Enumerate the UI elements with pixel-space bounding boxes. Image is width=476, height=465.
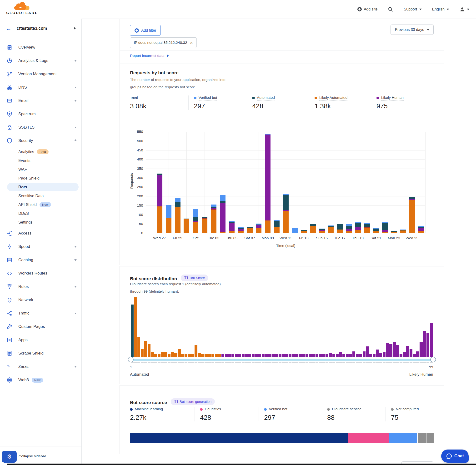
stat-total: Total3.08k — [130, 95, 188, 110]
sidebar-item-network[interactable]: Network — [0, 293, 81, 307]
histogram-tick — [181, 362, 184, 363]
stat-value: 1.38k — [315, 102, 371, 110]
chat-button[interactable]: Chat — [441, 450, 469, 463]
add-site-button[interactable]: Add site — [357, 7, 378, 11]
stat-label: Machine learning — [135, 407, 163, 412]
settings-gear-button[interactable]: ⚙ — [2, 451, 17, 463]
histogram-bar — [319, 354, 322, 357]
sidebar-item-overview[interactable]: Overview — [0, 41, 81, 54]
sidebar-item-events[interactable]: Events — [0, 156, 81, 165]
slider-handle-min[interactable] — [128, 357, 134, 362]
histogram-bar — [268, 354, 271, 357]
bar-segment — [328, 227, 334, 233]
account-menu[interactable] — [460, 7, 469, 12]
histogram-tick — [416, 362, 419, 363]
sidebar-item-workers-routes[interactable]: Workers Routes — [0, 267, 81, 280]
bar-segment — [409, 200, 415, 233]
sidebar-item-dns[interactable]: DNS — [0, 81, 81, 94]
sidebar-item-caching[interactable]: Caching — [0, 253, 81, 267]
histogram-bar — [359, 354, 362, 357]
histogram-tick — [292, 362, 295, 363]
stat-value: 88 — [327, 414, 386, 422]
bar-segment — [292, 228, 298, 232]
sidebar-item-page-shield[interactable]: Page Shield — [0, 174, 81, 183]
histogram-tick — [420, 362, 423, 363]
sidebar-item-traffic[interactable]: Traffic — [0, 307, 81, 320]
sidebar-item-ddos[interactable]: DDoS — [0, 209, 81, 218]
sidebar-item-analytics[interactable]: AnalyticsBeta — [0, 147, 81, 156]
sidebar-item-api-shield[interactable]: API ShieldNew — [0, 200, 81, 209]
sidebar-item-rules[interactable]: Rules — [0, 280, 81, 293]
report-incorrect-data-link[interactable]: Report incorrect data — [130, 53, 170, 58]
sidebar-item-scrape-shield[interactable]: Scrape Shield — [0, 347, 81, 360]
histogram-tick — [232, 362, 234, 363]
sidebar-item-custom-pages[interactable]: Custom Pages — [0, 320, 81, 333]
y-axis-title: Requests — [129, 167, 134, 195]
sidebar-item-access[interactable]: Access — [0, 227, 81, 240]
histogram-tick — [245, 362, 248, 363]
sidebar-item-analytics-logs[interactable]: Analytics & Logs — [0, 54, 81, 67]
sidebar-item-security[interactable]: Security — [0, 134, 81, 147]
sidebar-item-apps[interactable]: Apps — [0, 333, 81, 347]
sidebar-item-speed[interactable]: Speed — [0, 240, 81, 253]
stat-verified-bot: Verified bot297 — [188, 95, 247, 110]
sidebar-item-version-management[interactable]: Version Management — [0, 67, 81, 81]
collapse-sidebar-label[interactable]: Collapse sidebar — [19, 454, 46, 458]
document-icon — [7, 350, 12, 356]
sidebar-item-settings[interactable]: Settings — [0, 218, 81, 227]
bar-segment — [382, 232, 388, 233]
user-icon — [460, 7, 465, 12]
chart-bar — [418, 226, 424, 233]
histogram-tick — [312, 362, 315, 363]
histogram-bar — [299, 354, 301, 357]
back-arrow-icon[interactable]: ← — [6, 25, 11, 32]
score-range-slider[interactable] — [131, 359, 433, 361]
filter-chip[interactable]: IP does not equal 35.212.240.32 × — [130, 37, 197, 48]
slider-handle-max[interactable] — [430, 357, 436, 362]
histogram-bar — [423, 331, 426, 357]
histogram-bar — [265, 354, 268, 357]
histogram-bar — [228, 354, 231, 357]
sidebar-item-bots[interactable]: Bots — [0, 183, 81, 191]
language-label: English — [432, 7, 444, 11]
histogram-tick — [158, 362, 160, 363]
bar-segment — [346, 226, 352, 229]
sidebar-item-spectrum[interactable]: Spectrum — [0, 107, 81, 121]
bar-segment — [157, 206, 162, 233]
close-icon[interactable]: × — [190, 40, 193, 45]
histogram-bar — [174, 353, 177, 357]
search-icon[interactable] — [388, 7, 393, 12]
language-menu[interactable]: English — [432, 7, 449, 11]
histogram-tick — [258, 362, 261, 363]
histogram-bar — [322, 354, 325, 357]
bar-segment — [202, 219, 207, 233]
sidebar-item-sensitive-data[interactable]: Sensitive Data — [0, 191, 81, 200]
site-expand-icon[interactable] — [74, 27, 77, 30]
chart-bar — [400, 230, 406, 233]
histogram-tick — [349, 362, 352, 363]
sidebar-item-ssl-tls[interactable]: SSL/TLS — [0, 121, 81, 134]
histogram-tick — [410, 362, 413, 363]
sidebar-item-label: WAF — [18, 167, 27, 172]
sidebar-item-email[interactable]: Email — [0, 94, 81, 107]
histogram-bar — [188, 354, 191, 357]
book-icon — [184, 276, 188, 279]
histogram-bar — [376, 349, 379, 357]
support-menu[interactable]: Support — [404, 7, 422, 11]
bar-segment — [229, 231, 234, 233]
histogram-tick — [185, 362, 187, 363]
time-range-select[interactable]: Previous 30 days — [391, 24, 434, 35]
histogram-bar — [215, 354, 218, 357]
sidebar-item-zaraz[interactable]: Zaraz — [0, 360, 81, 373]
sidebar-item-label: Speed — [18, 244, 30, 249]
histogram-bar — [336, 354, 338, 357]
sidebar-item-waf[interactable]: WAF — [0, 165, 81, 174]
histogram-tick — [285, 362, 288, 363]
stat-value: 428 — [252, 102, 309, 110]
histogram-bar — [212, 354, 214, 357]
sidebar-item-web3[interactable]: Web3New — [0, 373, 81, 387]
bar-segment — [193, 222, 198, 233]
add-filter-button[interactable]: Add filter — [130, 25, 161, 36]
histogram-bar — [201, 354, 204, 357]
bot-score-generation-badge[interactable]: Bot score generation — [171, 398, 215, 405]
